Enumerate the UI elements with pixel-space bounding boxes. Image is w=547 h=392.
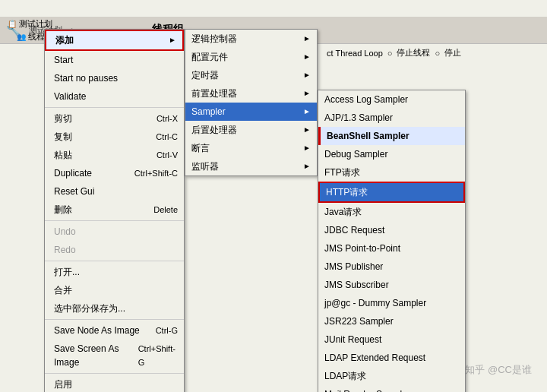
menu-item-sampler[interactable]: Sampler ► — [185, 103, 317, 121]
sampler-jsr223[interactable]: JSR223 Sampler — [318, 312, 465, 330]
menu-item-pre-processor[interactable]: 前置处理器 ► — [185, 84, 317, 103]
menu-item-reset-gui[interactable]: Reset Gui — [45, 182, 184, 201]
sampler-jpgc[interactable]: jp@gc - Dummy Sampler — [318, 294, 465, 312]
menu-item-listener[interactable]: 监听器 ► — [185, 157, 317, 175]
menu-item-save-selection[interactable]: 选中部分保存为... — [45, 299, 184, 318]
sampler-junit[interactable]: JUnit Request — [318, 330, 465, 349]
timer-arrow: ► — [303, 68, 311, 82]
menu-item-paste[interactable]: 粘贴 Ctrl-V — [45, 146, 184, 164]
pre-processor-arrow: ► — [303, 87, 311, 100]
sampler-beanshell[interactable]: BeanShell Sampler — [318, 127, 465, 145]
separator-5 — [45, 373, 184, 374]
menu-item-copy[interactable]: 复制 Ctrl-C — [45, 128, 184, 146]
tree-test-plan: 📋 测试计划 — [8, 18, 53, 30]
sampler-ldap-extended[interactable]: LDAP Extended Request — [318, 349, 465, 367]
menu-item-post-processor[interactable]: 后置处理器 ► — [185, 121, 317, 139]
sampler-jms-publisher[interactable]: JMS Publisher — [318, 258, 465, 276]
sampler-jdbc[interactable]: JDBC Request — [318, 221, 465, 239]
sampler-access-log[interactable]: Access Log Sampler — [318, 90, 465, 109]
separator-1 — [45, 107, 184, 108]
menu-item-undo: Undo — [45, 223, 184, 241]
menu-item-redo: Redo — [45, 241, 184, 259]
separator-3 — [45, 261, 184, 261]
sampler-ldap[interactable]: LDAP请求 — [318, 367, 465, 385]
separator-4 — [45, 319, 184, 320]
menu-item-enable[interactable]: 启用 — [45, 375, 184, 392]
thread-controls: ct Thread Loop ○ 停止线程 ○ 停止 — [327, 47, 461, 58]
add-arrow-icon: ► — [169, 33, 176, 47]
context-menu-1: 添加 ► Start Start no pauses Validate 剪切 C… — [44, 29, 185, 392]
logic-controller-arrow: ► — [303, 32, 311, 46]
sampler-debug[interactable]: Debug Sampler — [318, 145, 465, 163]
menu-item-delete[interactable]: 删除 Delete — [45, 201, 184, 219]
menu-item-save-node-image[interactable]: Save Node As Image Ctrl-G — [45, 321, 184, 340]
sampler-jms-subscriber[interactable]: JMS Subscriber — [318, 276, 465, 294]
listener-arrow: ► — [303, 160, 311, 173]
sampler-ajp[interactable]: AJP/1.3 Sampler — [318, 109, 465, 127]
watermark: 知乎 @CC是谁 — [465, 363, 532, 377]
menu-item-duplicate[interactable]: Duplicate Ctrl+Shift-C — [45, 164, 184, 182]
context-menu-2: 逻辑控制器 ► 配置元件 ► 定时器 ► 前置处理器 ► Sampler ► 后… — [185, 29, 318, 176]
sampler-arrow: ► — [303, 105, 311, 119]
menu-item-start[interactable]: Start — [45, 51, 184, 69]
sampler-ftp[interactable]: FTP请求 — [318, 163, 465, 182]
sampler-http[interactable]: HTTP请求 — [318, 182, 465, 203]
menu-item-assertion[interactable]: 断言 ► — [185, 139, 317, 157]
menu-item-cut[interactable]: 剪切 Ctrl-X — [45, 109, 184, 128]
context-menu-3-sampler: Access Log Sampler AJP/1.3 Sampler BeanS… — [318, 90, 466, 392]
assertion-arrow: ► — [303, 141, 311, 155]
menu-item-timer[interactable]: 定时器 ► — [185, 66, 317, 84]
sampler-jms-p2p[interactable]: JMS Point-to-Point — [318, 239, 465, 258]
menu-item-save-screen-image[interactable]: Save Screen As Image Ctrl+Shift-G — [45, 340, 184, 371]
menu-item-validate[interactable]: Validate — [45, 87, 184, 106]
config-element-arrow: ► — [303, 50, 311, 64]
menu-item-start-no-pauses[interactable]: Start no pauses — [45, 69, 184, 87]
sampler-mail-reader[interactable]: Mail Reader Sampler — [318, 385, 465, 392]
separator-2 — [45, 220, 184, 221]
menu-item-merge[interactable]: 合并 — [45, 281, 184, 299]
menu-item-logic-controller[interactable]: 逻辑控制器 ► — [185, 30, 317, 48]
sampler-java[interactable]: Java请求 — [318, 203, 465, 221]
menu-item-add[interactable]: 添加 ► — [45, 30, 184, 51]
menu-item-open[interactable]: 打开... — [45, 263, 184, 281]
menu-item-config-element[interactable]: 配置元件 ► — [185, 48, 317, 66]
post-processor-arrow: ► — [303, 123, 311, 137]
